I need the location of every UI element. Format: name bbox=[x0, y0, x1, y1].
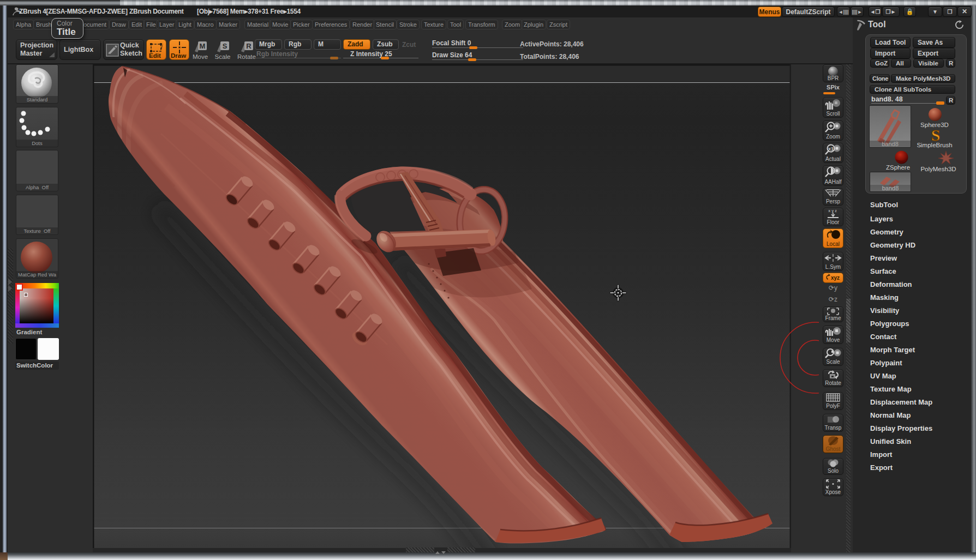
svg-text:R: R bbox=[246, 42, 252, 50]
svg-text:x1: x1 bbox=[828, 146, 834, 152]
svg-text:M: M bbox=[200, 42, 206, 50]
svg-text:xyz: xyz bbox=[828, 209, 837, 213]
svg-text:S: S bbox=[931, 128, 941, 143]
svg-text:xyz: xyz bbox=[831, 275, 840, 281]
svg-text:S: S bbox=[223, 42, 227, 50]
